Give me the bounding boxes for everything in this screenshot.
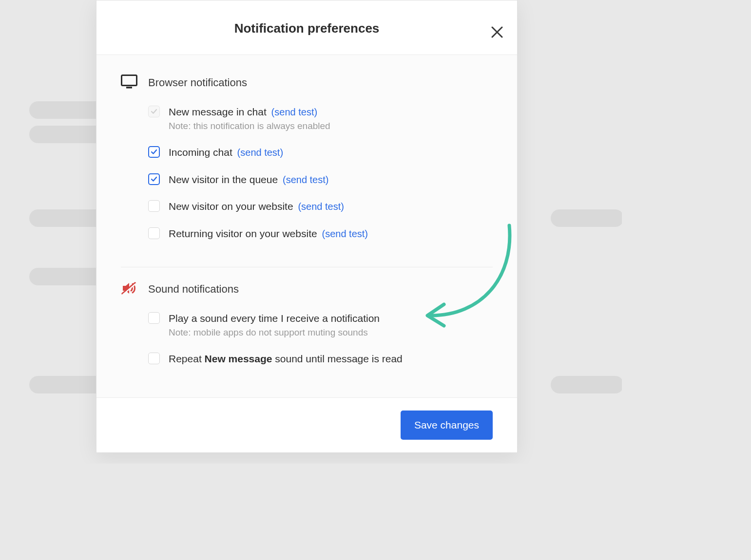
- svg-rect-1: [126, 87, 132, 89]
- notification-preferences-modal: Notification preferences Browser notific…: [96, 0, 518, 453]
- section-header-sound: Sound notifications: [121, 281, 493, 298]
- checkbox-play-sound[interactable]: [148, 312, 160, 324]
- label-new-message: New message in chat (send test): [169, 105, 330, 119]
- option-new-visitor-site: New visitor on your website (send test): [121, 199, 493, 213]
- option-new-visitor-queue: New visitor in the queue (send test): [121, 172, 493, 187]
- modal-footer: Save changes: [96, 397, 517, 452]
- option-incoming-chat: Incoming chat (send test): [121, 145, 493, 159]
- muted-speaker-icon: [121, 281, 137, 298]
- close-button[interactable]: [491, 26, 503, 38]
- modal-header: Notification preferences: [96, 0, 517, 55]
- option-returning-visitor: Returning visitor on your website (send …: [121, 226, 493, 241]
- label-returning-visitor: Returning visitor on your website (send …: [169, 226, 368, 241]
- send-test-returning-visitor[interactable]: (send test): [322, 228, 368, 239]
- browser-notifications-section: Browser notifications New message in cha…: [121, 75, 493, 265]
- send-test-new-message[interactable]: (send test): [271, 107, 317, 117]
- send-test-new-visitor-site[interactable]: (send test): [298, 201, 344, 212]
- modal-body: Browser notifications New message in cha…: [96, 55, 517, 397]
- close-icon: [491, 26, 503, 38]
- label-new-visitor-queue: New visitor in the queue (send test): [169, 172, 328, 187]
- label-play-sound: Play a sound every time I receive a noti…: [169, 311, 380, 325]
- checkbox-returning-visitor[interactable]: [148, 227, 160, 239]
- save-changes-button[interactable]: Save changes: [401, 411, 493, 440]
- checkbox-incoming-chat[interactable]: [148, 146, 160, 158]
- send-test-incoming-chat[interactable]: (send test): [237, 147, 283, 158]
- checkbox-new-visitor-queue[interactable]: [148, 173, 160, 185]
- option-new-message: New message in chat (send test) Note: th…: [121, 105, 493, 131]
- option-play-sound: Play a sound every time I receive a noti…: [121, 311, 493, 338]
- svg-rect-0: [122, 75, 137, 86]
- sound-notifications-section: Sound notifications Play a sound every t…: [121, 281, 493, 397]
- label-new-visitor-site: New visitor on your website (send test): [169, 199, 344, 213]
- label-incoming-chat: Incoming chat (send test): [169, 145, 283, 159]
- section-divider: [121, 267, 493, 267]
- checkbox-new-visitor-site[interactable]: [148, 200, 160, 212]
- browser-section-title: Browser notifications: [148, 76, 247, 89]
- modal-title: Notification preferences: [96, 21, 517, 36]
- checkbox-new-message: [148, 106, 160, 117]
- section-header-browser: Browser notifications: [121, 75, 493, 91]
- send-test-new-visitor-queue[interactable]: (send test): [283, 174, 328, 185]
- monitor-icon: [121, 75, 137, 91]
- option-repeat-sound: Repeat New message sound until message i…: [121, 352, 493, 366]
- note-play-sound: Note: mobile apps do not support muting …: [169, 327, 380, 338]
- sound-section-title: Sound notifications: [148, 283, 239, 296]
- label-repeat-sound: Repeat New message sound until message i…: [169, 352, 403, 366]
- note-new-message: Note: this notification is always enable…: [169, 121, 330, 131]
- checkbox-repeat-sound[interactable]: [148, 353, 160, 364]
